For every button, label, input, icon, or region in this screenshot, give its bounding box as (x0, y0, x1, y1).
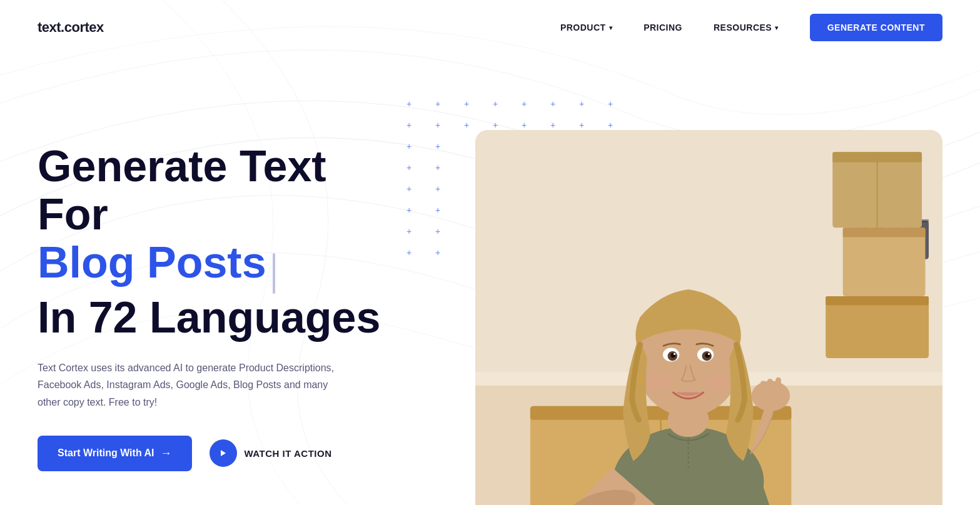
play-icon (210, 439, 237, 467)
svg-rect-41 (775, 378, 781, 397)
watch-label: WATCH IT ACTION (245, 448, 332, 459)
cursor-decoration (273, 253, 275, 294)
nav-item-product[interactable]: PRODUCT ▾ (560, 22, 612, 32)
hero-content: Generate Text For Blog Posts In 72 Langu… (38, 92, 388, 471)
svg-rect-15 (826, 296, 929, 358)
arrow-icon: → (161, 447, 172, 460)
nav-item-pricing[interactable]: PRICING (644, 22, 682, 32)
logo[interactable]: text.cortex (38, 19, 104, 36)
hero-buttons: Start Writing With AI → WATCH IT ACTION (38, 436, 388, 471)
svg-point-43 (637, 376, 643, 381)
hero-title-line3: In 72 Languages (38, 294, 388, 342)
svg-point-36 (708, 353, 710, 355)
hero-title-line2: Blog Posts (38, 238, 266, 287)
generate-content-button[interactable]: GENERATE CONTENT (810, 14, 942, 41)
start-writing-button[interactable]: Start Writing With AI → (38, 436, 192, 471)
svg-rect-14 (843, 228, 926, 237)
chevron-down-icon: ▾ (609, 24, 613, 31)
svg-rect-13 (843, 228, 926, 296)
svg-rect-16 (826, 296, 929, 305)
svg-rect-42 (760, 381, 766, 396)
svg-point-37 (647, 375, 672, 389)
nav-item-resources[interactable]: RESOURCES ▾ (714, 22, 779, 32)
svg-point-38 (705, 375, 730, 389)
hero-section: Generate Text For Blog Posts In 72 Langu… (0, 55, 980, 505)
hero-description: Text Cortex uses its advanced AI to gene… (38, 359, 338, 411)
plus-grid-decoration: + + + + + + + + + + + + + + + + + + (407, 99, 625, 258)
hero-title-line1: Generate Text For (38, 142, 388, 239)
svg-marker-0 (221, 450, 226, 456)
hero-visual: + + + + + + + + + + + + + + + + + + (425, 92, 942, 505)
chevron-down-icon: ▾ (775, 24, 779, 31)
hero-title: Generate Text For Blog Posts In 72 Langu… (38, 142, 388, 342)
watch-action-button[interactable]: WATCH IT ACTION (210, 439, 332, 467)
nav-links: PRODUCT ▾ PRICING RESOURCES ▾ GENERATE C… (560, 14, 942, 41)
svg-rect-40 (767, 379, 773, 396)
svg-point-35 (674, 353, 675, 355)
navbar: text.cortex PRODUCT ▾ PRICING RESOURCES … (0, 0, 980, 55)
